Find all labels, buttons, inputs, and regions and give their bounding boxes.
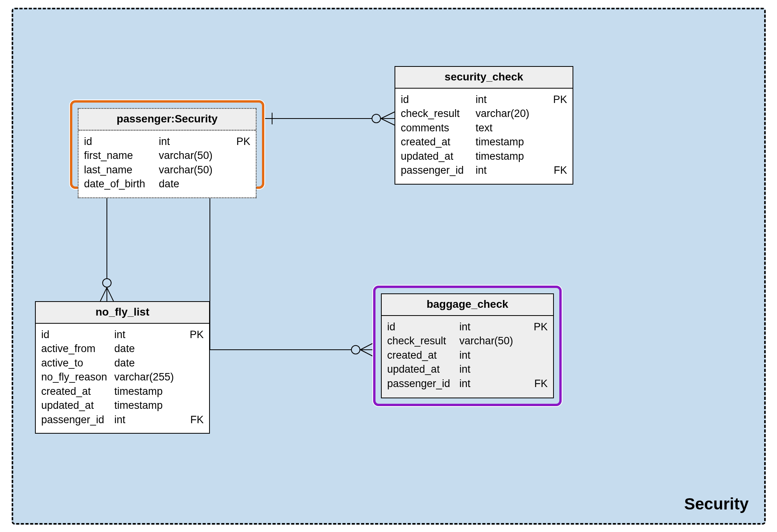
entity-columns: idintPK first_namevarchar(50) last_namev… xyxy=(79,131,256,197)
entity-columns: idintPK active_fromdate active_todate no… xyxy=(36,324,209,433)
entity-passenger[interactable]: passenger:Security idintPK first_namevar… xyxy=(78,108,257,198)
entity-columns: idintPK check_resultvarchar(20) comments… xyxy=(395,89,573,184)
entity-title: no_fly_list xyxy=(36,302,209,324)
entity-columns: idintPK check_resultvarchar(50) created_… xyxy=(382,316,553,397)
container-label: Security xyxy=(684,495,749,513)
entity-no-fly-list[interactable]: no_fly_list idintPK active_fromdate acti… xyxy=(35,301,210,434)
entity-baggage-check[interactable]: baggage_check idintPK check_resultvarcha… xyxy=(381,293,554,398)
erd-canvas: Security passenger:Secur xyxy=(0,0,777,532)
entity-title: security_check xyxy=(395,67,573,89)
entity-title: passenger:Security xyxy=(79,109,256,131)
entity-security-check[interactable]: security_check idintPK check_resultvarch… xyxy=(395,66,573,185)
security-container: Security xyxy=(12,8,766,525)
entity-title: baggage_check xyxy=(382,294,553,316)
